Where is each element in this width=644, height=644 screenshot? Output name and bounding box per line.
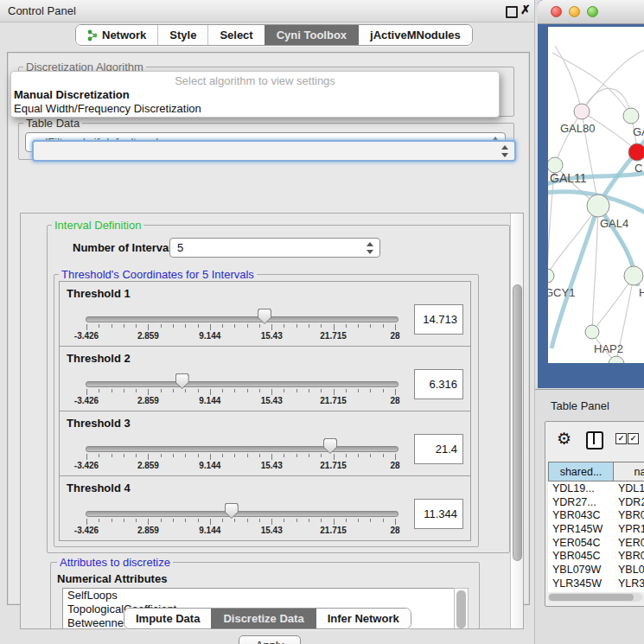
minor-tick: [358, 454, 359, 457]
network-node[interactable]: [624, 266, 643, 285]
tab-network[interactable]: Network: [76, 25, 157, 45]
table-hscrollbar[interactable]: [548, 593, 642, 602]
mac-minimize-button[interactable]: [569, 6, 580, 17]
threshold-value-field[interactable]: 21.4: [414, 434, 463, 464]
column-header-na[interactable]: na: [614, 462, 644, 481]
float-window-icon[interactable]: [506, 6, 518, 18]
right-region: GAL80GACGAL11GAL4GCY1HHAP2 Table Panel ⚙…: [535, 0, 644, 644]
tab-jactivemnodules[interactable]: jActiveMNodules: [358, 25, 472, 45]
tab-cyni-toolbox[interactable]: Cyni Toolbox: [265, 25, 358, 45]
checkbox-checked-icon[interactable]: ✓: [615, 433, 627, 444]
network-edge[interactable]: [555, 46, 582, 112]
tick-label: 21.715: [320, 526, 347, 535]
dropdown-option-equal-width-frequency-discretization[interactable]: Equal Width/Frequency Discretization: [14, 102, 201, 115]
threshold-value-field[interactable]: 6.316: [414, 369, 463, 399]
network-edge[interactable]: [592, 276, 634, 332]
tab-impute-data[interactable]: Impute Data: [124, 609, 211, 628]
tick-label: -3.426: [74, 461, 99, 470]
control-panel-titlebar: Control Panel ✗: [0, 0, 534, 22]
major-tick: [210, 389, 211, 395]
cyni-toolbox-panel: Discretization Algorithm Table Data galF…: [7, 52, 530, 605]
gear-icon[interactable]: ⚙: [557, 429, 571, 449]
network-node[interactable]: [574, 104, 590, 119]
minor-tick: [136, 519, 137, 522]
apply-button[interactable]: Apply: [239, 635, 301, 644]
network-edge[interactable]: [555, 112, 582, 165]
network-node[interactable]: [548, 269, 554, 283]
numerical-attributes-label: Numerical Attributes: [57, 572, 167, 585]
threshold-value-field[interactable]: 11.344: [414, 499, 463, 529]
tab-infer-network[interactable]: Infer Network: [316, 609, 411, 628]
minor-tick: [309, 324, 309, 328]
tab-label: Discretize Data: [223, 612, 303, 625]
network-graph: GAL80GACGAL11GAL4GCY1HHAP2: [548, 27, 644, 363]
dropdown-option-manual-discretization[interactable]: Manual Discretization: [14, 88, 130, 101]
num-intervals-combobox[interactable]: 5: [169, 238, 380, 258]
main-scrollbar[interactable]: [510, 214, 524, 628]
network-node[interactable]: [585, 325, 599, 339]
checkbox-checked-icon[interactable]: ✓: [628, 433, 639, 444]
slider-track[interactable]: [86, 511, 399, 517]
tab-label: Style: [169, 29, 196, 41]
minor-tick: [173, 519, 174, 522]
column-header-shared-[interactable]: shared...: [548, 462, 614, 481]
minor-tick: [161, 324, 162, 328]
attribute-item-selfloops[interactable]: SelfLoops: [63, 589, 455, 603]
table-row[interactable]: YPR145WYPR1: [548, 522, 644, 536]
slider-track[interactable]: [86, 446, 399, 452]
close-icon[interactable]: ✗: [520, 3, 531, 16]
tab-discretize-data[interactable]: Discretize Data: [211, 609, 315, 628]
slider-tick-labels: -3.4262.8599.14415.4321.71528: [86, 526, 395, 536]
mac-close-button[interactable]: [551, 6, 562, 17]
slider-track[interactable]: [86, 381, 399, 387]
table-panel: ⚙ ✓ ✓ shared...na YDL19...YDL1YDR27...YD…: [545, 421, 644, 607]
slider-track[interactable]: [86, 316, 399, 322]
columns-icon[interactable]: [586, 431, 603, 450]
table-row[interactable]: YER054CYER0: [548, 536, 644, 550]
tick-label: 2.859: [137, 331, 159, 341]
network-window-titlebar: [538, 0, 644, 24]
network-node[interactable]: [628, 143, 644, 161]
attributes-scrollbar-thumb[interactable]: [456, 590, 466, 628]
attributes-group-title: Attributes to discretize: [57, 556, 173, 569]
table-row[interactable]: YIL052CYIL0: [548, 590, 644, 593]
algorithm-combobox[interactable]: [32, 140, 516, 162]
cell-name: YBL0: [614, 564, 644, 576]
minor-tick: [383, 324, 384, 328]
tab-select[interactable]: Select: [207, 25, 264, 45]
minor-tick: [185, 454, 186, 457]
table-row[interactable]: YBR043CYBR0: [548, 508, 644, 522]
threshold-panel-2: Threshold 2-3.4262.8599.14415.4321.71528…: [59, 346, 471, 411]
tick-label: 28: [390, 331, 399, 341]
network-edge[interactable]: [548, 206, 598, 276]
minor-tick: [358, 519, 359, 522]
minor-tick: [284, 324, 284, 328]
table-panel-title: Table Panel: [551, 399, 609, 412]
minor-tick: [346, 389, 347, 392]
network-node[interactable]: [587, 194, 609, 217]
network-node[interactable]: [623, 108, 639, 124]
tab-label: Network: [102, 29, 146, 41]
scroll-viewport: Interval Definition Number of Intervals …: [20, 213, 524, 629]
table-row[interactable]: YDR27...YDR2: [548, 495, 644, 509]
attributes-scrollbar[interactable]: [454, 588, 469, 629]
minor-tick: [161, 389, 162, 392]
table-row[interactable]: YBR045CYBR0: [548, 549, 644, 563]
major-tick: [395, 324, 396, 330]
minor-tick: [112, 324, 112, 328]
minor-tick: [259, 324, 260, 328]
table-row[interactable]: YBL079WYBL0: [548, 563, 644, 577]
network-edge[interactable]: [582, 48, 644, 112]
table-row[interactable]: YLR345WYLR3: [548, 577, 644, 590]
threshold-label: Threshold 3: [67, 417, 131, 430]
table-hscrollbar-thumb[interactable]: [549, 594, 634, 601]
tab-style[interactable]: Style: [157, 25, 207, 45]
minor-tick: [309, 454, 309, 457]
tick-label: 28: [390, 461, 399, 470]
threshold-value-field[interactable]: 14.713: [414, 304, 463, 335]
network-canvas[interactable]: GAL80GACGAL11GAL4GCY1HHAP2: [548, 27, 644, 363]
minor-tick: [222, 454, 223, 457]
main-scrollbar-thumb[interactable]: [513, 284, 522, 561]
table-row[interactable]: YDL19...YDL1: [548, 481, 644, 495]
mac-zoom-button[interactable]: [587, 6, 598, 17]
